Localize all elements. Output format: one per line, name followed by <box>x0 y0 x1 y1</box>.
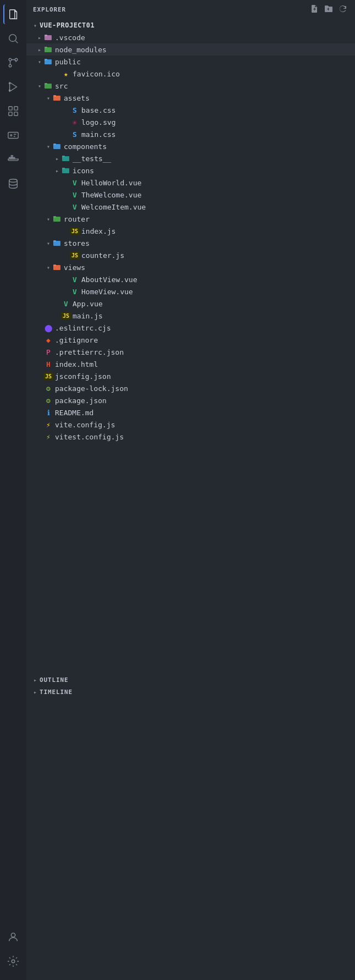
svg-rect-18 <box>11 157 13 159</box>
assets-folder-icon <box>53 93 62 102</box>
search-icon[interactable] <box>3 29 23 48</box>
svg-point-1 <box>9 35 16 42</box>
aboutview-icon: V <box>70 275 79 284</box>
timeline-section[interactable]: TIMELINE <box>26 686 355 698</box>
package-json-file[interactable]: ⚙ package.json <box>26 394 355 406</box>
src-folder-icon <box>44 81 53 90</box>
logo-svg-label: logo.svg <box>81 118 116 126</box>
readme-icon: ℹ <box>44 408 53 417</box>
main-js-icon: JS <box>62 311 70 320</box>
assets-folder[interactable]: assets <box>26 92 355 104</box>
components-label: components <box>64 142 107 151</box>
svg-point-14 <box>10 135 12 136</box>
aboutview-file[interactable]: V AboutView.vue <box>26 273 355 285</box>
main-css-label: main.css <box>81 130 116 139</box>
database-icon[interactable] <box>3 174 23 194</box>
router-index-file[interactable]: JS index.js <box>26 225 355 237</box>
readme-label: README.md <box>55 409 93 417</box>
prettierrc-label: .prettierrc.json <box>55 348 124 356</box>
logo-svg-file[interactable]: ✳ logo.svg <box>26 116 355 128</box>
node-modules-label: node_modules <box>55 46 107 54</box>
remote-icon[interactable] <box>3 125 23 145</box>
new-file-icon[interactable] <box>309 3 320 16</box>
base-css-icon: S <box>70 106 79 114</box>
outline-section[interactable]: OUTLINE <box>26 674 355 686</box>
jsconfig-file[interactable]: JS jsconfig.json <box>26 370 355 382</box>
extensions-icon[interactable] <box>3 101 23 121</box>
counter-label: counter.js <box>81 251 124 260</box>
vscode-folder[interactable]: .vscode <box>26 31 355 43</box>
base-css-file[interactable]: S base.css <box>26 104 355 116</box>
router-folder[interactable]: router <box>26 213 355 225</box>
svg-point-21 <box>9 179 18 183</box>
node-modules-folder[interactable]: node_modules <box>26 43 355 56</box>
src-folder[interactable]: src <box>26 80 355 92</box>
welcomeitem-file[interactable]: V WelcomeItem.vue <box>26 201 355 213</box>
prettierrc-file[interactable]: P .prettierrc.json <box>26 346 355 358</box>
stores-arrow <box>44 239 53 247</box>
empty-space <box>26 454 355 674</box>
explorer-title: EXPLORER <box>33 6 66 13</box>
account-icon[interactable] <box>3 927 23 947</box>
package-lock-file[interactable]: ⚙ package-lock.json <box>26 382 355 394</box>
new-folder-icon[interactable] <box>323 3 334 16</box>
svg-rect-20 <box>11 156 13 157</box>
tests-folder[interactable]: __tests__ <box>26 152 355 164</box>
settings-icon[interactable] <box>3 951 23 971</box>
readme-file[interactable]: ℹ README.md <box>26 406 355 419</box>
thewelcome-file[interactable]: V TheWelcome.vue <box>26 189 355 201</box>
header-icons <box>309 3 348 16</box>
tests-arrow <box>53 154 62 163</box>
welcomeitem-icon: V <box>70 202 79 211</box>
node-modules-icon <box>44 45 53 54</box>
source-control-icon[interactable] <box>3 53 23 73</box>
icons-folder[interactable]: icons <box>26 164 355 177</box>
main-css-file[interactable]: S main.css <box>26 128 355 140</box>
svg-point-8 <box>9 82 11 85</box>
outline-arrow <box>31 675 40 684</box>
public-label: public <box>55 58 81 66</box>
eslintrc-file[interactable]: ⬤ .eslintrc.cjs <box>26 322 355 334</box>
package-json-label: package.json <box>55 397 107 405</box>
app-vue-file[interactable]: V App.vue <box>26 298 355 310</box>
views-folder[interactable]: views <box>26 261 355 273</box>
router-label: router <box>64 215 90 223</box>
index-html-file[interactable]: H index.html <box>26 358 355 370</box>
vscode-label: .vscode <box>55 34 85 42</box>
svg-point-3 <box>9 58 12 61</box>
main-js-file[interactable]: JS main.js <box>26 310 355 322</box>
tests-folder-icon <box>62 154 70 163</box>
stores-folder-icon <box>53 239 62 247</box>
svg-rect-9 <box>9 107 12 110</box>
icons-folder-icon <box>62 166 70 175</box>
components-folder[interactable]: components <box>26 140 355 152</box>
jsconfig-label: jsconfig.json <box>55 372 111 381</box>
files-icon[interactable] <box>3 4 23 24</box>
vitest-config-file[interactable]: ⚡ vitest.config.js <box>26 431 355 443</box>
helloworld-file[interactable]: V HelloWorld.vue <box>26 177 355 189</box>
vitest-config-icon: ⚡ <box>44 432 53 441</box>
refresh-icon[interactable] <box>337 3 348 16</box>
favicon-file[interactable]: ★ favicon.ico <box>26 68 355 80</box>
svg-rect-25 <box>45 35 47 36</box>
root-label: VUE-PROJECT01 <box>40 21 95 29</box>
run-icon[interactable] <box>3 77 23 97</box>
counter-icon: JS <box>70 251 79 260</box>
vite-config-file[interactable]: ⚡ vite.config.js <box>26 419 355 431</box>
eslintrc-icon: ⬤ <box>44 323 53 332</box>
app-vue-label: App.vue <box>73 300 103 308</box>
svg-rect-12 <box>14 112 18 115</box>
homeview-icon: V <box>70 287 79 296</box>
eslintrc-label: .eslintrc.cjs <box>55 324 111 332</box>
counter-file[interactable]: JS counter.js <box>26 249 355 261</box>
svg-line-2 <box>15 41 18 43</box>
homeview-file[interactable]: V HomeView.vue <box>26 285 355 298</box>
docker-icon[interactable] <box>3 150 23 169</box>
public-folder-icon <box>44 57 53 66</box>
main-js-label: main.js <box>73 312 103 320</box>
router-folder-icon <box>53 214 62 223</box>
stores-folder[interactable]: stores <box>26 237 355 249</box>
public-folder[interactable]: public <box>26 56 355 68</box>
root-folder[interactable]: VUE-PROJECT01 <box>26 19 355 31</box>
gitignore-file[interactable]: ◆ .gitignore <box>26 334 355 346</box>
